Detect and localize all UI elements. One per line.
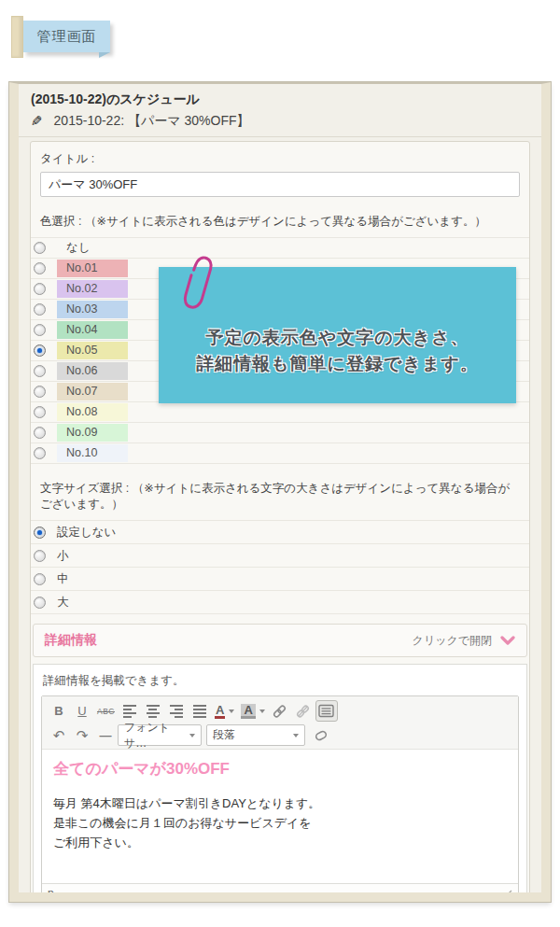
- schedule-panel: (2015-10-22)のスケジュール ✎ 2015-10-22: 【パーマ 3…: [9, 82, 551, 902]
- radio-button[interactable]: [34, 406, 46, 418]
- detail-note: 詳細情報を掲載できます。: [43, 673, 517, 689]
- font-size-select-value: フォントサ…: [124, 720, 186, 751]
- link-button[interactable]: [269, 700, 291, 722]
- color-swatch: No.07: [57, 383, 128, 400]
- radio-button[interactable]: [34, 386, 46, 398]
- editor-toolbar: B U ABC A A: [42, 696, 518, 750]
- size-option-medium[interactable]: 中: [31, 568, 529, 591]
- radio-button[interactable]: [34, 550, 46, 562]
- radio-button[interactable]: [34, 324, 46, 336]
- color-swatch: No.09: [57, 424, 128, 442]
- schedule-heading: (2015-10-22)のスケジュール: [31, 91, 529, 108]
- color-swatch: No.08: [57, 403, 128, 421]
- page-title: 管理画面: [23, 21, 110, 52]
- dropdown-caret-icon: [259, 709, 265, 713]
- title-label: タイトル :: [40, 151, 520, 167]
- underline-button[interactable]: U: [71, 700, 93, 722]
- toggle-hint-text: クリックで開閉: [413, 633, 492, 649]
- schedule-form: タイトル : 色選択 : （※サイトに表示される色はデザインによって異なる場合が…: [30, 141, 530, 902]
- unlink-button[interactable]: [292, 700, 315, 722]
- size-option-default[interactable]: 設定しない: [31, 521, 529, 544]
- strikethrough-button[interactable]: ABC: [94, 700, 118, 722]
- editor-text-line: 是非この機会に月１回のお得なサービスデイを: [53, 813, 507, 833]
- color-select-label: 色選択 : （※サイトに表示される色はデザインによって異なる場合がございます。）: [40, 214, 520, 230]
- align-center-icon: [147, 705, 160, 718]
- radio-button[interactable]: [34, 597, 46, 609]
- radio-button[interactable]: [34, 262, 46, 274]
- bold-button[interactable]: B: [48, 700, 70, 722]
- title-input[interactable]: [40, 172, 520, 197]
- color-swatch: No.04: [57, 321, 128, 339]
- radio-button[interactable]: [34, 283, 46, 295]
- font-size-option-list: 設定しない 小 中 大: [31, 520, 529, 614]
- sticky-tape: [11, 16, 23, 58]
- remove-format-button[interactable]: [310, 724, 332, 746]
- background-color-button[interactable]: A: [238, 700, 267, 722]
- toolbar-toggle-button[interactable]: [315, 700, 338, 722]
- option-label: 設定しない: [57, 525, 116, 541]
- radio-button[interactable]: [34, 303, 46, 316]
- panel-header: (2015-10-22)のスケジュール ✎ 2015-10-22: 【パーマ 3…: [19, 84, 541, 137]
- radio-button[interactable]: [34, 344, 46, 357]
- radio-button[interactable]: [34, 573, 46, 585]
- dropdown-caret-icon: [293, 734, 299, 737]
- size-option-small[interactable]: 小: [31, 544, 529, 568]
- option-label: 小: [57, 548, 69, 564]
- editor-content[interactable]: 全てのパーマが30%OFF 毎月 第4木曜日はパーマ割引きDAYとなります。 是…: [42, 750, 518, 883]
- align-left-icon: [123, 705, 136, 718]
- editor-status-bar: p: [42, 883, 518, 902]
- detail-heading: 詳細情報: [45, 632, 97, 649]
- editor-heading: 全てのパーマが30%OFF: [53, 758, 507, 780]
- radio-button[interactable]: [34, 447, 46, 459]
- color-swatch: No.01: [57, 260, 128, 277]
- size-option-large[interactable]: 大: [31, 591, 529, 614]
- unlink-icon: [295, 704, 311, 719]
- font-size-select-label: 文字サイズ選択 : （※サイトに表示される文字の大きさはデザインによって異なる場…: [40, 481, 520, 513]
- color-swatch: No.03: [57, 301, 128, 318]
- color-option-no10[interactable]: No.10: [31, 443, 529, 464]
- editor-text-line: ご利用下さい。: [53, 833, 507, 852]
- color-option-no08[interactable]: No.08: [31, 402, 529, 423]
- detail-toggle-bar[interactable]: 詳細情報 クリックで開閉: [33, 624, 527, 657]
- align-right-icon: [170, 705, 183, 718]
- link-icon: [272, 704, 287, 719]
- text-color-icon: A: [215, 704, 225, 719]
- font-size-select[interactable]: フォントサ…: [118, 724, 202, 746]
- schedule-edit-line[interactable]: ✎ 2015-10-22: 【パーマ 30%OFF】: [31, 113, 529, 130]
- color-option-none[interactable]: なし: [31, 238, 529, 259]
- paragraph-format-value: 段落: [213, 727, 235, 743]
- editor-element-path: p: [48, 887, 54, 900]
- radio-button[interactable]: [34, 527, 46, 539]
- option-label: なし: [66, 240, 91, 256]
- dropdown-caret-icon: [189, 734, 195, 737]
- detail-body: 詳細情報を掲載できます。 B U ABC A A: [33, 664, 527, 902]
- justify-icon: [193, 705, 206, 718]
- color-option-no09[interactable]: No.09: [31, 423, 529, 443]
- text-color-button[interactable]: A: [212, 700, 237, 722]
- radio-button[interactable]: [34, 365, 46, 377]
- admin-screen-sticky: 管理画面: [11, 13, 123, 62]
- undo-button[interactable]: ↶: [48, 724, 70, 746]
- dropdown-caret-icon: [229, 709, 234, 713]
- editor-text-line: 毎月 第4木曜日はパーマ割引きDAYとなります。: [53, 794, 507, 813]
- color-swatch: No.10: [57, 444, 128, 462]
- rich-text-editor: B U ABC A A: [41, 695, 519, 902]
- radio-button[interactable]: [34, 427, 46, 439]
- promo-text-line2: 詳細情報も簡単に登録できます。: [196, 351, 479, 377]
- schedule-edit-text: 2015-10-22: 【パーマ 30%OFF】: [54, 113, 250, 130]
- background-color-icon: A: [241, 704, 255, 719]
- option-label: 中: [57, 571, 69, 587]
- radio-button[interactable]: [34, 242, 46, 254]
- horizontal-rule-button[interactable]: —: [94, 724, 117, 746]
- toolbar-toggle-icon: [318, 704, 334, 718]
- paragraph-format-select[interactable]: 段落: [206, 724, 305, 746]
- redo-button[interactable]: ↷: [71, 724, 93, 746]
- pencil-icon: ✎: [31, 113, 43, 130]
- resize-grip[interactable]: [502, 889, 512, 899]
- color-swatch: No.05: [57, 342, 128, 359]
- color-swatch: No.06: [57, 362, 128, 380]
- promo-text-line1: 予定の表示色や文字の大きさ、: [205, 325, 469, 351]
- justify-button[interactable]: [189, 700, 211, 722]
- resize-grip-icon: [502, 889, 512, 899]
- color-swatch: No.02: [57, 280, 128, 298]
